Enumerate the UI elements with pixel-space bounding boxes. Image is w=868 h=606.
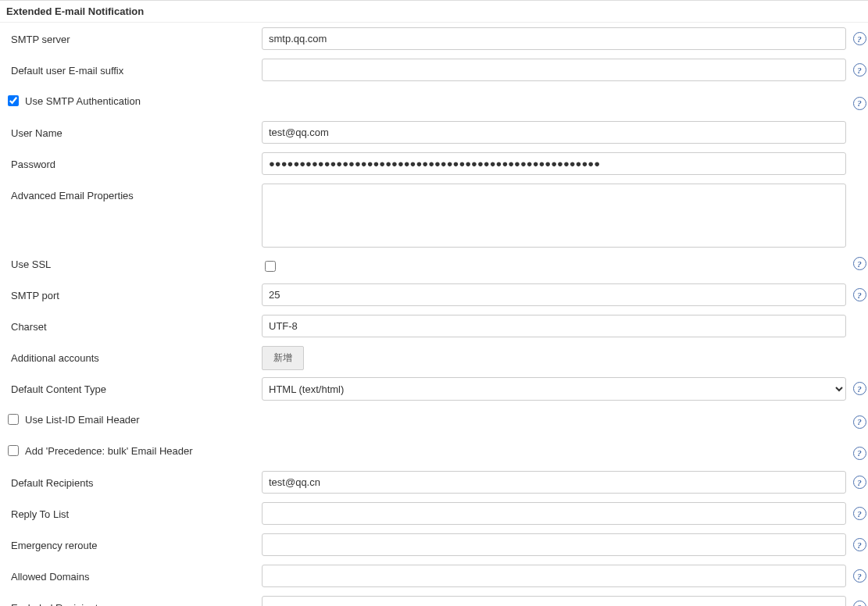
- row-smtp-port: SMTP port ?: [0, 279, 868, 310]
- label-use-list-id: Use List-ID Email Header: [25, 414, 140, 426]
- allowed-domains-input[interactable]: [262, 565, 846, 587]
- label-smtp-server: SMTP server: [0, 27, 262, 45]
- default-recipients-input[interactable]: [262, 471, 846, 494]
- help-icon[interactable]: ?: [853, 538, 866, 551]
- row-default-content-type: Default Content Type HTML (text/html) ?: [0, 373, 868, 404]
- use-list-id-checkbox[interactable]: [8, 414, 19, 425]
- label-add-precedence: Add 'Precedence: bulk' Email Header: [25, 445, 193, 457]
- label-default-content-type: Default Content Type: [0, 377, 262, 395]
- extended-email-notification-section: Extended E-mail Notification SMTP server…: [0, 0, 868, 606]
- add-precedence-checkbox[interactable]: [8, 445, 19, 456]
- row-use-ssl: Use SSL ?: [0, 248, 868, 279]
- label-user-name: User Name: [0, 121, 262, 139]
- label-password: Password: [0, 152, 262, 170]
- smtp-port-input[interactable]: [262, 283, 846, 306]
- help-icon[interactable]: ?: [853, 382, 866, 395]
- use-ssl-checkbox[interactable]: [265, 261, 276, 272]
- label-allowed-domains: Allowed Domains: [0, 565, 262, 583]
- help-icon[interactable]: ?: [853, 63, 866, 77]
- add-account-button[interactable]: 新增: [262, 346, 304, 370]
- label-additional-accounts: Additional accounts: [0, 346, 262, 364]
- label-charset: Charset: [0, 315, 262, 333]
- label-default-recipients: Default Recipients: [0, 471, 262, 489]
- row-emergency-reroute: Emergency reroute ?: [0, 529, 868, 560]
- use-smtp-auth-checkbox[interactable]: [8, 95, 19, 106]
- help-icon[interactable]: ?: [853, 447, 866, 460]
- help-icon[interactable]: ?: [853, 476, 866, 489]
- row-smtp-server: SMTP server ?: [0, 23, 868, 54]
- label-use-ssl: Use SSL: [0, 252, 262, 270]
- row-default-suffix: Default user E-mail suffix ?: [0, 54, 868, 85]
- help-icon[interactable]: ?: [853, 288, 866, 301]
- reply-to-list-input[interactable]: [262, 502, 846, 525]
- label-adv-props: Advanced Email Properties: [0, 184, 262, 201]
- help-icon[interactable]: ?: [853, 569, 866, 583]
- row-password: Password: [0, 148, 868, 179]
- label-emergency-reroute: Emergency reroute: [0, 533, 262, 551]
- row-excluded-recipients: Excluded Recipients ?: [0, 591, 868, 606]
- row-use-list-id: Use List-ID Email Header ?: [0, 404, 868, 435]
- row-use-smtp-auth: Use SMTP Authentication ?: [0, 85, 868, 116]
- password-input[interactable]: [262, 152, 846, 175]
- default-suffix-input[interactable]: [262, 59, 846, 81]
- help-icon[interactable]: ?: [853, 601, 866, 606]
- user-name-input[interactable]: [262, 121, 846, 144]
- row-default-recipients: Default Recipients ?: [0, 466, 868, 497]
- emergency-reroute-input[interactable]: [262, 533, 846, 556]
- row-charset: Charset: [0, 310, 868, 341]
- help-icon[interactable]: ?: [853, 415, 866, 429]
- adv-props-textarea[interactable]: [262, 184, 846, 248]
- row-adv-props: Advanced Email Properties: [0, 179, 868, 248]
- help-icon[interactable]: ?: [853, 97, 866, 110]
- label-use-smtp-auth: Use SMTP Authentication: [25, 95, 141, 107]
- help-icon[interactable]: ?: [853, 257, 866, 270]
- default-content-type-select[interactable]: HTML (text/html): [262, 377, 846, 401]
- section-title: Extended E-mail Notification: [0, 1, 868, 23]
- row-allowed-domains: Allowed Domains ?: [0, 560, 868, 591]
- help-icon[interactable]: ?: [853, 507, 866, 520]
- label-reply-to-list: Reply To List: [0, 502, 262, 520]
- label-smtp-port: SMTP port: [0, 283, 262, 301]
- row-reply-to-list: Reply To List ?: [0, 497, 868, 529]
- excluded-recipients-input[interactable]: [262, 596, 846, 606]
- row-additional-accounts: Additional accounts 新增: [0, 341, 868, 373]
- label-default-suffix: Default user E-mail suffix: [0, 59, 262, 77]
- smtp-server-input[interactable]: [262, 27, 846, 50]
- row-add-precedence: Add 'Precedence: bulk' Email Header ?: [0, 435, 868, 466]
- row-user-name: User Name: [0, 116, 868, 148]
- help-icon[interactable]: ?: [853, 32, 866, 45]
- label-excluded-recipients: Excluded Recipients: [0, 596, 262, 606]
- charset-input[interactable]: [262, 315, 846, 337]
